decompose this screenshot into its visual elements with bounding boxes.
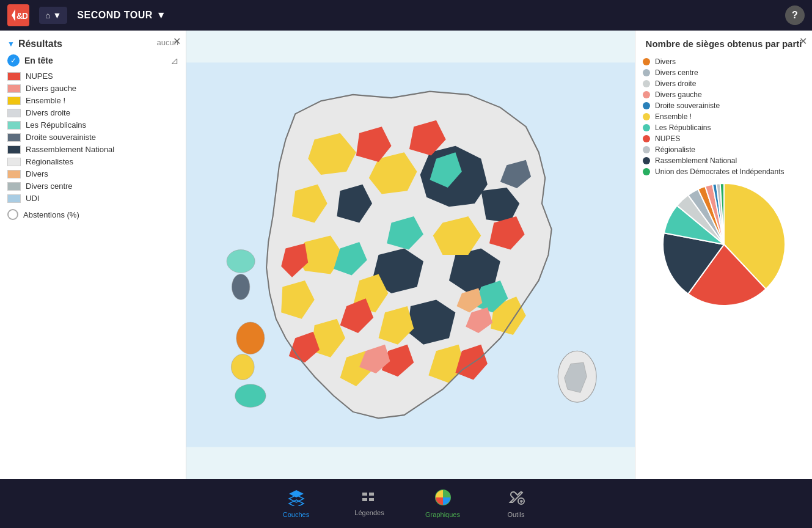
- chart-legend-label: Les Républicains: [655, 123, 711, 132]
- legend-item-label: Ensemble !: [26, 96, 65, 105]
- chart-icon: [434, 489, 452, 508]
- legend-color-swatch: [7, 182, 21, 191]
- legend-color-swatch: [7, 194, 21, 203]
- svg-rect-15: [362, 498, 367, 501]
- chart-legend-item: Divers: [643, 57, 805, 66]
- chart-legend-label: Divers centre: [655, 68, 698, 77]
- legend-item: Divers droite: [7, 108, 178, 117]
- chart-legend-dot: [643, 102, 650, 109]
- legend-item: UDI: [7, 194, 178, 203]
- en-tete-checkbox[interactable]: ✓: [7, 54, 20, 67]
- graphiques-label: Graphiques: [425, 511, 460, 518]
- chart-legend-item: Régionaliste: [643, 145, 805, 154]
- svg-rect-16: [369, 498, 374, 501]
- left-panel: ✕ ▼ Résultats aucun ✓ En tête ⊿ NUPES Di…: [0, 31, 186, 479]
- tour-dropdown-arrow: ▼: [156, 10, 166, 21]
- legend-item: Ensemble !: [7, 96, 178, 105]
- legend-item: Rassemblement National: [7, 145, 178, 154]
- chart-legend-item: Droite souverainiste: [643, 101, 805, 110]
- svg-point-8: [235, 384, 266, 408]
- chart-legend-dot: [643, 168, 650, 175]
- chart-legend-dot: [643, 58, 650, 65]
- legend-item-label: Rassemblement National: [26, 145, 114, 154]
- legend-item-label: Divers centre: [26, 182, 73, 191]
- right-panel: ✕ Nombre de sièges obtenus par parti Div…: [635, 31, 812, 479]
- svg-marker-0: [12, 9, 15, 21]
- legend-item-label: Divers droite: [26, 108, 70, 117]
- legend-item-label: Régionalistes: [26, 157, 73, 166]
- svg-point-6: [236, 322, 265, 354]
- chart-legend-label: Régionaliste: [655, 145, 695, 154]
- legend-color-swatch: [7, 97, 21, 105]
- home-button[interactable]: ⌂ ▼: [39, 7, 67, 24]
- logo: & D: [7, 4, 29, 26]
- legend-list: NUPES Divers gauche Ensemble ! Divers dr…: [7, 72, 178, 203]
- right-panel-close[interactable]: ✕: [799, 35, 807, 47]
- legend-color-swatch: [7, 158, 21, 166]
- tour-button[interactable]: SECOND TOUR ▼: [77, 10, 166, 21]
- legend-item: NUPES: [7, 72, 178, 81]
- svg-marker-10: [289, 490, 304, 497]
- navbar: & D ⌂ ▼ SECOND TOUR ▼ ?: [0, 0, 812, 31]
- toolbar-couches[interactable]: Couches: [278, 489, 315, 518]
- chart-legend-label: NUPES: [655, 134, 680, 143]
- abstentions-row: Abstentions (%): [7, 209, 178, 220]
- en-tete-row: ✓ En tête ⊿: [7, 54, 178, 67]
- legend-color-swatch: [7, 145, 21, 154]
- pie-container: [643, 183, 805, 306]
- legend-item: Régionalistes: [7, 157, 178, 166]
- legend-item-label: UDI: [26, 194, 39, 203]
- chart-title: Nombre de sièges obtenus par parti: [643, 38, 805, 50]
- france-map-svg: [186, 31, 635, 479]
- chart-legend-label: Droite souverainiste: [655, 101, 720, 110]
- chart-legend-dot: [643, 157, 650, 164]
- legend-icon: [361, 491, 378, 507]
- chart-legend-item: Rassemblement National: [643, 156, 805, 165]
- svg-rect-13: [362, 493, 367, 496]
- abstentions-label: Abstentions (%): [23, 210, 79, 219]
- filter-icon[interactable]: ⊿: [170, 55, 178, 67]
- chart-legend-label: Ensemble !: [655, 112, 692, 121]
- outils-label: Outils: [507, 511, 524, 518]
- en-tete-label: En tête: [24, 56, 53, 65]
- legend-item-label: Divers gauche: [26, 84, 76, 93]
- chart-legend-label: Union des Démocrates et Indépendants: [655, 167, 784, 176]
- toolbar-legendes[interactable]: Légendes: [351, 491, 388, 516]
- legend-item: Divers gauche: [7, 84, 178, 93]
- chart-legend-dot: [643, 91, 650, 98]
- legend-item-label: Divers: [26, 169, 48, 178]
- chart-legend-label: Rassemblement National: [655, 156, 737, 165]
- svg-marker-12: [289, 500, 304, 506]
- map-area[interactable]: [186, 31, 635, 479]
- legendes-label: Légendes: [354, 509, 384, 516]
- chart-legend-dot: [643, 146, 650, 153]
- svg-text:D: D: [22, 11, 27, 21]
- chart-legend-item: NUPES: [643, 134, 805, 143]
- main-content: ✕ ▼ Résultats aucun ✓ En tête ⊿ NUPES Di…: [0, 31, 812, 479]
- legend-item-label: NUPES: [26, 72, 53, 81]
- chart-legend-list: Divers Divers centre Divers droite Diver…: [643, 57, 805, 176]
- abstentions-radio[interactable]: [7, 209, 18, 220]
- chart-legend-dot: [643, 69, 650, 76]
- chart-legend-item: Les Républicains: [643, 123, 805, 132]
- chart-legend-dot: [643, 135, 650, 142]
- chart-legend-item: Ensemble !: [643, 112, 805, 121]
- legend-color-swatch: [7, 121, 21, 130]
- legend-color-swatch: [7, 109, 21, 117]
- chart-legend-item: Divers droite: [643, 79, 805, 88]
- svg-point-4: [227, 250, 255, 273]
- bottom-toolbar: Couches Légendes Graphiques: [0, 479, 812, 528]
- toolbar-outils[interactable]: Outils: [498, 489, 535, 518]
- toolbar-graphiques[interactable]: Graphiques: [425, 489, 461, 518]
- layers-icon: [288, 489, 305, 508]
- chart-legend-item: Divers gauche: [643, 90, 805, 99]
- chevron-icon: ▼: [7, 40, 15, 48]
- couches-label: Couches: [283, 511, 309, 518]
- dropdown-arrow: ▼: [53, 10, 61, 20]
- chart-legend-label: Divers droite: [655, 79, 696, 88]
- svg-point-7: [231, 354, 254, 380]
- legend-color-swatch: [7, 133, 21, 142]
- panel-title: ▼ Résultats: [7, 38, 62, 50]
- left-panel-close[interactable]: ✕: [173, 35, 181, 47]
- help-button[interactable]: ?: [785, 6, 805, 25]
